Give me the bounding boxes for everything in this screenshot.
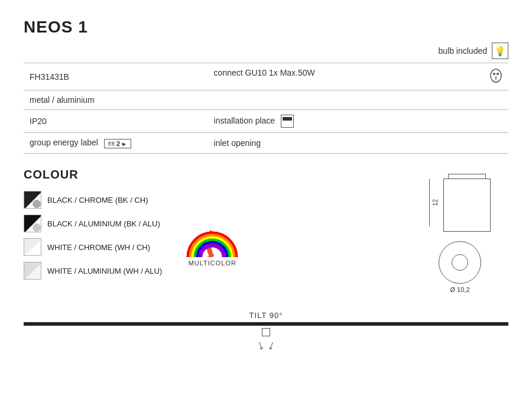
colour-label-bk-ch: BLACK / CHROME (BK / CH) [47, 196, 148, 205]
colour-label-wh-alu: WHITE / ALUMINIUM (WH / ALU) [47, 267, 162, 275]
spec-row-3: IP20 installation place [24, 110, 508, 133]
multicolor-rainbow [186, 228, 239, 257]
spec-right-4: inlet opening [208, 133, 508, 154]
specs-table: FH31431B connect GU10 1x Max.50W metal /… [24, 63, 508, 154]
bulb-icon: 💡 [492, 43, 508, 59]
colour-item-bk-ch: BLACK / CHROME (BK / CH) [24, 191, 162, 209]
svg-point-0 [493, 73, 495, 75]
colour-title: COLOUR [24, 168, 417, 181]
colour-label-wh-ch: WHITE / CHROME (WH / CH) [47, 243, 150, 252]
svg-point-1 [497, 73, 499, 75]
diagram-circle-wrap: Ø 10,2 [439, 241, 481, 293]
tilt-arrow-right: ↓ [266, 337, 277, 353]
diagram-container: 12 Ø 10,2 [429, 168, 491, 293]
colour-item-wh-ch: WHITE / CHROME (WH / CH) [24, 238, 162, 256]
spec-left-3: IP20 [24, 110, 208, 133]
energy-badge: EE 2 ► [104, 139, 131, 148]
tilt-arrows: ↓ ↓ [24, 328, 508, 353]
tilt-label: TILT 90° [24, 311, 508, 320]
tilt-pivot [262, 328, 270, 336]
tilt-pivot-group: ↓ ↓ [257, 328, 275, 353]
bulb-included-row: bulb included 💡 [24, 43, 508, 59]
multicolor-container: MULTICOLOR [186, 191, 239, 286]
colour-swatch-bk-ch [24, 191, 41, 209]
colour-swatch-wh-alu [24, 262, 41, 280]
diagram-height-label: 12 [431, 199, 440, 206]
diagram-rect [443, 174, 491, 232]
install-place-icon [281, 115, 294, 128]
diagram-diameter-label: Ø 10,2 [450, 286, 469, 293]
spec-left-2: metal / aluminium [24, 90, 208, 110]
spec-row-2: metal / aluminium [24, 90, 508, 110]
diagram-circle-inner [452, 254, 468, 271]
colour-item-wh-alu: WHITE / ALUMINIUM (WH / ALU) [24, 262, 162, 280]
colour-swatch-bk-alu [24, 215, 41, 232]
spec-row-4: group energy label EE 2 ► inlet opening [24, 133, 508, 154]
diagram-circle [439, 241, 481, 284]
colour-list: BLACK / CHROME (BK / CH) BLACK / ALUMINI… [24, 191, 162, 286]
tilt-section: TILT 90° ↓ ↓ [24, 311, 508, 353]
diagram-rect-wrap: 12 [429, 174, 491, 232]
multicolor-label: MULTICOLOR [189, 259, 236, 267]
tilt-arrow-left: ↓ [255, 337, 266, 353]
colour-swatch-wh-ch [24, 238, 41, 256]
spec-right-1: connect GU10 1x Max.50W [208, 63, 508, 90]
colour-label-bk-alu: BLACK / ALUMINIUM (BK / ALU) [47, 219, 160, 228]
spec-right-2 [208, 90, 508, 110]
bulb-label: bulb included [438, 46, 487, 56]
tilt-line [24, 322, 508, 326]
colour-item-bk-alu: BLACK / ALUMINIUM (BK / ALU) [24, 215, 162, 232]
product-title: NEOS 1 [24, 18, 508, 37]
socket-icon [489, 68, 502, 85]
tilt-arrows-row: ↓ ↓ [257, 338, 275, 353]
spec-left-4: group energy label EE 2 ► [24, 133, 208, 154]
spec-right-3: installation place [208, 110, 508, 133]
spec-left-1: FH31431B [24, 63, 208, 90]
spec-row-1: FH31431B connect GU10 1x Max.50W [24, 63, 508, 90]
